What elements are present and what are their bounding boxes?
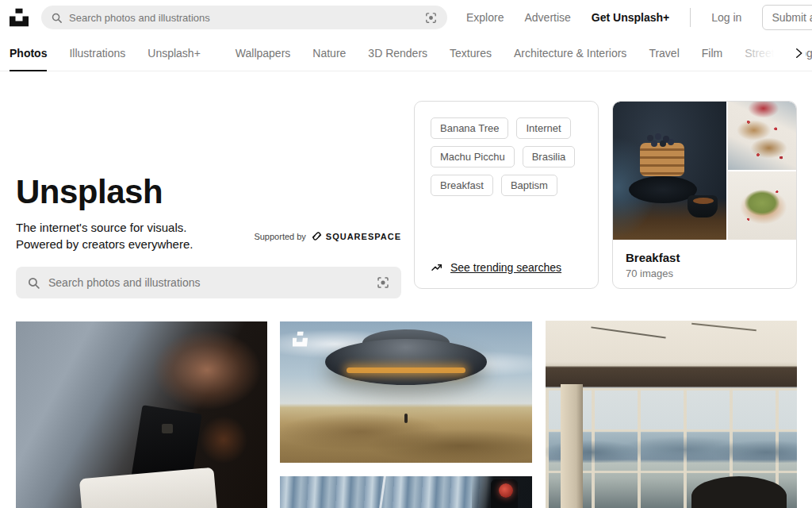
login-link[interactable]: Log in xyxy=(711,11,741,24)
warm-light xyxy=(200,416,247,464)
hero-search-bar[interactable] xyxy=(16,267,401,298)
collection-thumbnails xyxy=(613,102,796,240)
top-navbar: Explore Advertise Get Unsplash+ Log in S… xyxy=(0,0,812,35)
glass-edge xyxy=(368,476,386,508)
ufo-lights xyxy=(347,368,465,373)
nav-link-get-unsplash-plus[interactable]: Get Unsplash+ xyxy=(592,11,669,24)
search-icon xyxy=(27,276,40,290)
photo-ufo-over-hills[interactable] xyxy=(280,321,532,463)
see-trending-searches[interactable]: See trending searches xyxy=(431,261,561,274)
card-chip xyxy=(162,424,173,433)
nav-link-explore[interactable]: Explore xyxy=(466,11,504,24)
category-tabs: Photos Illustrations Unsplash+ Wallpaper… xyxy=(0,35,812,71)
tabs-next-arrow[interactable] xyxy=(791,46,806,60)
unsplash-logo[interactable] xyxy=(10,8,29,27)
trending-searches-card: Banana Tree Internet Machu Picchu Brasil… xyxy=(414,101,599,289)
trending-pill-breakfast[interactable]: Breakfast xyxy=(431,175,493,196)
tab-wallpapers[interactable]: Wallpapers xyxy=(236,35,291,71)
visual-search-icon[interactable] xyxy=(424,11,438,25)
tab-nature[interactable]: Nature xyxy=(312,35,346,71)
standing-figure xyxy=(404,414,408,423)
tab-textures[interactable]: Textures xyxy=(450,35,492,71)
navbar-links: Explore Advertise Get Unsplash+ Log in S… xyxy=(466,5,812,30)
tab-illustrations[interactable]: Illustrations xyxy=(69,35,125,71)
squarespace-icon xyxy=(311,230,323,242)
nav-link-advertise[interactable]: Advertise xyxy=(524,11,570,24)
photo-glass-building-traffic-light[interactable] xyxy=(280,476,532,508)
page-title: Unsplash xyxy=(16,173,401,211)
trending-pill-internet[interactable]: Internet xyxy=(516,117,570,139)
unsplash-plus-badge-icon xyxy=(293,331,308,347)
distant-hills xyxy=(546,437,797,463)
trending-pills: Banana Tree Internet Machu Picchu Brasil… xyxy=(431,117,582,196)
tab-3d-renders[interactable]: 3D Renders xyxy=(368,35,427,71)
hero-section: Unsplash The internet's source for visua… xyxy=(16,173,401,298)
collection-meta: Breakfast 70 images xyxy=(613,240,796,279)
submit-image-button[interactable]: Submit an image xyxy=(762,5,812,30)
collection-photo-avocado-toast xyxy=(728,171,796,240)
card-reader xyxy=(79,468,217,508)
tab-photos[interactable]: Photos xyxy=(10,35,47,71)
ceiling-track-light xyxy=(691,323,756,332)
unsplash-logo-icon xyxy=(10,8,29,27)
tab-architecture-interiors[interactable]: Architecture & Interiors xyxy=(514,35,626,71)
sauce xyxy=(693,198,714,204)
search-icon xyxy=(51,12,63,24)
trending-up-icon xyxy=(431,261,443,274)
trending-pill-baptism[interactable]: Baptism xyxy=(501,175,557,196)
trending-pill-brasilia[interactable]: Brasilia xyxy=(523,146,576,167)
wall-pillar xyxy=(561,384,583,508)
collection-card-breakfast[interactable]: Breakfast 70 images xyxy=(612,101,797,289)
sponsor-name: SQUARESPACE xyxy=(311,230,401,242)
sponsor-attribution[interactable]: Supported by SQUARESPACE xyxy=(254,230,401,242)
collection-photo-pancakes xyxy=(613,102,726,240)
collection-count: 70 images xyxy=(626,267,783,279)
ceiling-track-light xyxy=(591,327,665,339)
hero-search-input[interactable] xyxy=(48,276,368,289)
trending-link-label: See trending searches xyxy=(450,261,561,274)
tab-unsplash-plus[interactable]: Unsplash+ xyxy=(147,35,201,71)
red-signal xyxy=(499,483,513,498)
trending-pill-banana-tree[interactable]: Banana Tree xyxy=(431,117,508,139)
ufo-body xyxy=(325,339,487,385)
chevron-right-icon xyxy=(791,46,806,60)
tab-travel[interactable]: Travel xyxy=(649,35,679,71)
tab-film[interactable]: Film xyxy=(702,35,722,71)
navbar-search-input[interactable] xyxy=(69,12,418,24)
photo-room-sea-view[interactable] xyxy=(546,321,797,508)
pancake-stack xyxy=(640,143,684,176)
visual-search-icon[interactable] xyxy=(376,275,390,290)
photo-hand-credit-card[interactable] xyxy=(16,321,267,508)
supported-by-label: Supported by xyxy=(254,232,305,241)
collection-photo-pomegranate-toast xyxy=(728,102,796,170)
blueberries xyxy=(647,135,653,141)
collection-title: Breakfast xyxy=(626,251,783,264)
unsplash-homepage: Explore Advertise Get Unsplash+ Log in S… xyxy=(0,0,812,508)
navbar-divider xyxy=(690,8,691,27)
navbar-search-bar[interactable] xyxy=(41,6,447,29)
trending-pill-machu-picchu[interactable]: Machu Picchu xyxy=(431,146,515,167)
